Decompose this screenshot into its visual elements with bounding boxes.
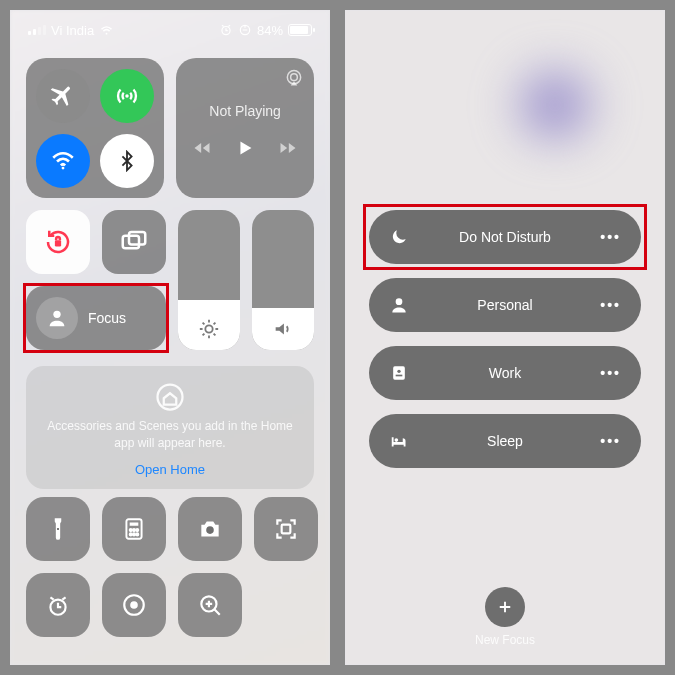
home-text: Accessories and Scenes you add in the Ho… [44,418,296,452]
status-bar: Vi India 84% [10,10,330,50]
new-focus-button[interactable]: New Focus [345,587,665,647]
camera-button[interactable] [178,497,242,561]
focus-button[interactable]: Focus [26,286,166,350]
magnifier-button[interactable] [178,573,242,637]
wifi-status-icon [99,23,114,38]
media-tile[interactable]: Not Playing [176,58,314,198]
focus-mode-label: Personal [369,297,641,313]
svg-point-0 [106,32,108,34]
svg-point-21 [136,533,138,535]
focus-mode-dnd[interactable]: Do Not Disturb ••• [369,210,641,264]
svg-point-3 [125,94,128,97]
svg-point-10 [53,311,60,318]
svg-point-4 [62,166,65,169]
play-icon[interactable] [234,137,256,159]
volume-icon [252,318,314,340]
focus-mode-personal[interactable]: Personal ••• [369,278,641,332]
open-home-link[interactable]: Open Home [44,462,296,477]
flashlight-button[interactable] [26,497,90,561]
cellular-data-button[interactable] [100,69,154,123]
forward-icon[interactable] [278,138,298,158]
connectivity-tile[interactable] [26,58,164,198]
brightness-icon [178,318,240,340]
svg-rect-9 [129,232,145,245]
focus-mode-label: Work [369,365,641,381]
svg-point-13 [57,528,59,530]
focus-mode-work[interactable]: Work ••• [369,346,641,400]
battery-percent: 84% [257,23,283,38]
home-card[interactable]: Accessories and Scenes you add in the Ho… [26,366,314,489]
calculator-button[interactable] [102,497,166,561]
focus-mode-label: Do Not Disturb [369,229,641,245]
svg-point-11 [205,325,212,332]
orientation-lock-button[interactable] [26,210,90,274]
airplane-mode-button[interactable] [36,69,90,123]
focus-mode-sleep[interactable]: Sleep ••• [369,414,641,468]
orientation-status-icon [238,23,252,37]
volume-slider[interactable] [252,210,314,350]
svg-rect-23 [282,524,291,533]
media-title: Not Playing [209,103,281,119]
focus-person-icon [36,297,78,339]
svg-rect-8 [123,236,139,249]
svg-point-18 [136,529,138,531]
alarm-status-icon [219,23,233,37]
wifi-button[interactable] [36,134,90,188]
svg-point-12 [158,385,183,410]
carrier-label: Vi India [51,23,94,38]
new-focus-label: New Focus [475,633,535,647]
svg-rect-15 [130,522,139,525]
qr-scanner-button[interactable] [254,497,318,561]
brightness-slider[interactable] [178,210,240,350]
svg-point-20 [133,533,135,535]
svg-point-22 [206,526,214,534]
svg-point-6 [291,74,298,81]
svg-point-19 [130,533,132,535]
record-button[interactable] [102,573,166,637]
home-icon [155,382,185,412]
bluetooth-button[interactable] [100,134,154,188]
svg-point-16 [130,529,132,531]
focus-mode-label: Sleep [369,433,641,449]
timer-button[interactable] [26,573,90,637]
battery-icon [288,24,312,36]
airplay-icon[interactable] [284,68,304,88]
plus-icon [485,587,525,627]
cellular-signal-icon [28,25,46,35]
focus-label: Focus [88,310,126,326]
screen-mirroring-button[interactable] [102,210,166,274]
svg-point-17 [133,529,135,531]
svg-point-26 [130,601,138,609]
rewind-icon[interactable] [192,138,212,158]
svg-rect-7 [55,240,61,246]
